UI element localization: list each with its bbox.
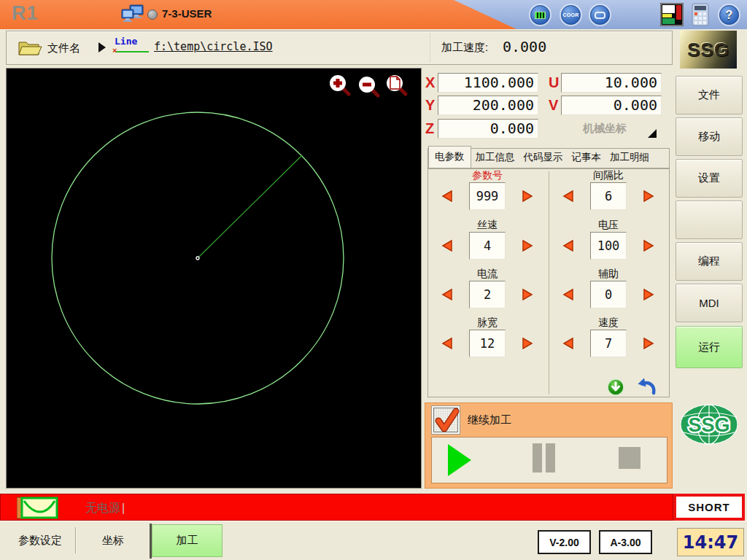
envelope-icon [17,497,61,519]
spinner-voltage: 电压 100 [562,219,655,265]
bottom-tab-machining[interactable]: 加工 [152,524,222,557]
apply-down-icon[interactable] [607,378,624,396]
sidebar-item-move[interactable]: 移动 [676,117,743,156]
continue-machining-label: 继续加工 [468,413,511,427]
spinner-wire-speed: 丝速 4 [441,219,534,265]
decrease-arrow-icon[interactable] [441,239,454,252]
toolpath-circle [52,112,344,404]
toolpath-canvas[interactable] [6,68,422,489]
decrease-arrow-icon[interactable] [562,239,575,252]
keyboard-icon[interactable] [530,5,550,25]
increase-arrow-icon[interactable] [521,337,534,350]
decrease-arrow-icon[interactable] [562,288,575,301]
alert-message: 无电源| [85,501,125,516]
pause-button[interactable] [533,443,542,472]
caret-right-icon [98,42,106,52]
increase-arrow-icon[interactable] [642,337,655,350]
increase-arrow-icon[interactable] [642,190,655,203]
status-indicator-dot [147,9,158,20]
decrease-arrow-icon[interactable] [441,288,454,301]
speed-label: 加工速度: [441,41,488,55]
file-path-link[interactable]: f:\temp\circle.ISO [154,40,273,53]
machining-panel: 继续加工 [425,402,673,489]
decrease-arrow-icon[interactable] [562,190,575,203]
corner-triangle-icon[interactable] [648,129,657,138]
sidebar-item-blank[interactable] [676,201,743,239]
increase-arrow-icon[interactable] [642,239,655,252]
axis-label-z: Z [425,119,437,139]
param-value-field[interactable]: 12 [469,330,506,357]
bottom-tab-coordinates[interactable]: 坐标 [79,526,147,555]
filebar-divider [430,33,430,63]
spinner-gap-ratio: 间隔比 6 [562,169,655,216]
param-value-field[interactable]: 100 [590,232,627,260]
tab-machining-detail[interactable]: 加工明细 [605,148,654,168]
keyboard-glyph [535,12,546,19]
start-button[interactable] [448,444,471,476]
continue-machining-checkbox[interactable] [433,408,458,432]
coordinate-mode-selector[interactable]: 机械坐标 [561,122,649,136]
open-folder-icon[interactable] [17,38,43,58]
axis-label-y: Y [425,96,437,115]
param-value-field[interactable]: 6 [590,182,627,210]
network-computer-icon [121,4,144,25]
transport-controls [431,437,667,483]
axis-value-x: 1100.000 [438,73,538,93]
tab-code-display[interactable]: 代码显示 [519,148,568,168]
sidebar-item-settings[interactable]: 设置 [676,159,743,198]
checkmark-icon [434,408,459,433]
titlebar: R1 7-3-USER COOR [0,0,747,29]
ssg-globe-logo: SSG [678,402,740,448]
axis-value-z: 0.000 [438,119,538,139]
toolpath-drawing [7,69,421,488]
decrease-arrow-icon[interactable] [441,190,454,203]
calculator-icon[interactable] [690,2,711,27]
voltage-meter-box[interactable]: V-2.00 [538,530,591,554]
decrease-arrow-icon[interactable] [562,337,575,350]
tab-notepad[interactable]: 记事本 [568,148,606,168]
parameter-tabs: 电参数 加工信息 代码显示 记事本 加工明细 [427,148,670,168]
increase-arrow-icon[interactable] [642,288,655,301]
filename-label: 文件名 [47,42,80,55]
layout-logo-icon[interactable] [660,3,684,26]
toolpath-radius-line [199,155,302,257]
spinner-param-number: 参数号 999 [441,169,534,216]
param-value-field[interactable]: 4 [469,232,506,260]
param-value-field[interactable]: 2 [469,281,506,308]
help-icon[interactable]: ? [719,5,739,25]
spinner-pulse-width: 脉宽 12 [441,316,534,363]
speed-value: 0.000 [503,38,546,55]
keypad-icon[interactable] [590,5,610,25]
toolbar-separator [75,527,76,553]
param-value-field[interactable]: 999 [469,182,506,210]
tab-electric-params[interactable]: 电参数 [428,146,471,168]
undo-icon[interactable] [636,378,657,395]
axis-value-u: 10.000 [561,73,662,93]
spinner-current: 电流 2 [441,268,534,314]
decrease-arrow-icon[interactable] [441,337,454,350]
increase-arrow-icon[interactable] [521,288,534,301]
param-value-field[interactable]: 7 [590,330,627,357]
zoom-out-icon[interactable] [359,77,378,96]
zoom-fit-icon[interactable] [387,75,406,94]
sidebar-item-mdi[interactable]: MDI [676,284,743,322]
file-bar: 文件名 Line × f:\temp\circle.ISO 加工速度: 0.00… [6,31,673,65]
panel-divider [549,171,549,394]
param-value-field[interactable]: 0 [590,281,627,308]
linetype-selector[interactable]: Line [115,36,137,47]
zoom-in-icon[interactable] [330,75,349,94]
sidebar-item-programming[interactable]: 编程 [676,242,743,281]
increase-arrow-icon[interactable] [521,190,534,203]
sidebar-item-run[interactable]: 运行 [676,326,743,368]
current-meter-box[interactable]: A-3.00 [599,530,652,554]
spinner-speed: 速度 7 [562,316,655,363]
tab-machining-info[interactable]: 加工信息 [471,148,519,168]
sidebar-item-file[interactable]: 文件 [676,76,743,114]
stop-button[interactable] [619,447,640,469]
short-status-button[interactable]: SHORT [673,494,745,521]
coordinate-system-icon[interactable]: COOR [561,5,581,25]
ssg-globe-text: SSG [688,414,729,436]
bottom-tab-parameter-setting[interactable]: 参数设定 [6,526,74,555]
pause-button[interactable] [546,443,555,472]
increase-arrow-icon[interactable] [521,239,534,252]
